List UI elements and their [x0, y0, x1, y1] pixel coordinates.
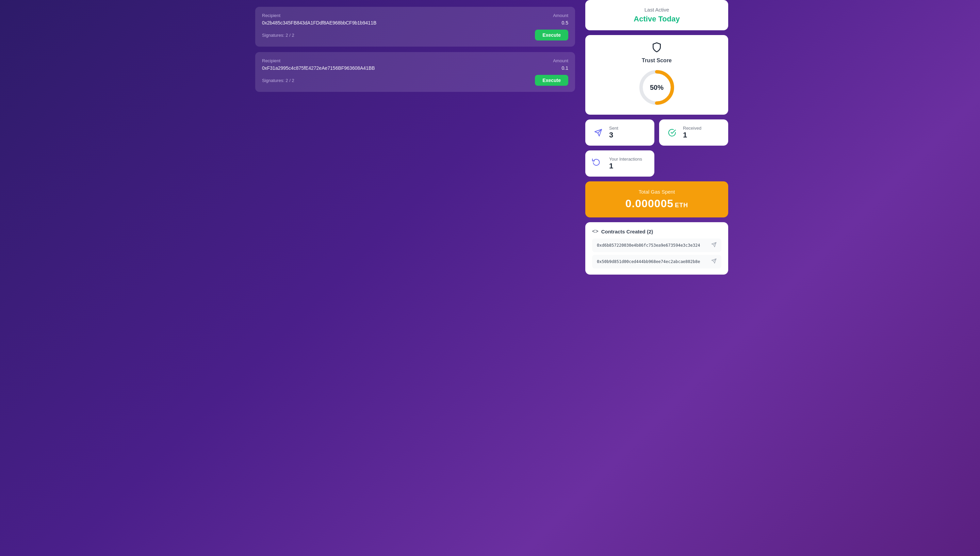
interactions-row: Your Interactions 1 [585, 150, 728, 176]
amount-value-1: 0.5 [562, 20, 568, 26]
recipient-address-2: 0xF31a2995c4c875fE4272eAe7156BF963608A41… [262, 65, 375, 71]
contract-addr-1: 0xd6b857220030e4b86fc753ea9e673594e3c3e3… [597, 243, 700, 248]
sent-icon [592, 126, 604, 139]
sent-label: Sent [609, 126, 618, 131]
interactions-label: Your Interactions [609, 157, 642, 162]
received-card: Received 1 [659, 120, 728, 145]
recipient-label-1: Recipient [262, 13, 280, 18]
sent-info: Sent 3 [609, 126, 618, 139]
last-active-label: Last Active [593, 7, 720, 13]
contract-address-row-2: 0x50b9d851d00ced444bb968ee74ec2abcae802b… [592, 255, 722, 268]
trust-score-card: Trust Score 50% [585, 35, 728, 115]
amount-label-1: Amount [553, 13, 568, 18]
gas-currency: ETH [675, 202, 688, 208]
gas-value: 0.000005ETH [593, 197, 720, 210]
transaction-card-2: Recipient Amount 0xF31a2995c4c875fE4272e… [255, 52, 575, 92]
recipient-label-2: Recipient [262, 58, 280, 63]
trust-score-label: Trust Score [642, 58, 672, 64]
received-label: Received [683, 126, 701, 131]
contract-address-row-1: 0xd6b857220030e4b86fc753ea9e673594e3c3e3… [592, 239, 722, 252]
send-icon-2[interactable] [711, 258, 717, 265]
execute-button-2[interactable]: Execute [535, 75, 568, 86]
interactions-value: 1 [609, 162, 642, 170]
code-icon: <> [592, 228, 599, 234]
last-active-card: Last Active Active Today [585, 0, 728, 30]
gas-amount: 0.000005 [625, 197, 673, 210]
gas-card: Total Gas Spent 0.000005ETH [585, 181, 728, 217]
received-info: Received 1 [683, 126, 701, 139]
shield-icon [651, 42, 662, 54]
trust-score-donut: 50% [636, 67, 677, 108]
stats-row: Sent 3 Received 1 [585, 120, 728, 145]
sent-value: 3 [609, 131, 618, 139]
contracts-header: <> Contracts Created (2) [592, 228, 722, 234]
send-icon-1[interactable] [711, 242, 717, 249]
transaction-card-1: Recipient Amount 0x2b485c345FB843dA1FDdf… [255, 7, 575, 47]
contracts-header-label: Contracts Created (2) [601, 229, 653, 234]
received-value: 1 [683, 131, 701, 139]
contracts-card: <> Contracts Created (2) 0xd6b857220030e… [585, 222, 728, 275]
left-panel: Recipient Amount 0x2b485c345FB843dA1FDdf… [245, 0, 585, 281]
signatures-2: Signatures: 2 / 2 [262, 78, 294, 83]
gas-label: Total Gas Spent [593, 189, 720, 195]
execute-button-1[interactable]: Execute [535, 30, 568, 40]
interactions-icon [592, 158, 604, 170]
trust-score-percentage: 50% [650, 84, 664, 92]
amount-value-2: 0.1 [562, 65, 568, 71]
amount-label-2: Amount [553, 58, 568, 63]
right-panel: Last Active Active Today Trust Score 50% [585, 0, 735, 281]
signatures-1: Signatures: 2 / 2 [262, 33, 294, 38]
interactions-info: Your Interactions 1 [609, 157, 642, 170]
received-icon [666, 126, 678, 139]
contract-addr-2: 0x50b9d851d00ced444bb968ee74ec2abcae802b… [597, 259, 700, 264]
sent-card: Sent 3 [585, 120, 654, 145]
last-active-value: Active Today [593, 15, 720, 23]
page-container: Recipient Amount 0x2b485c345FB843dA1FDdf… [245, 0, 735, 281]
interactions-card: Your Interactions 1 [585, 150, 654, 176]
recipient-address-1: 0x2b485c345FB843dA1FDdf8AE968bbCF9b1b941… [262, 20, 376, 26]
